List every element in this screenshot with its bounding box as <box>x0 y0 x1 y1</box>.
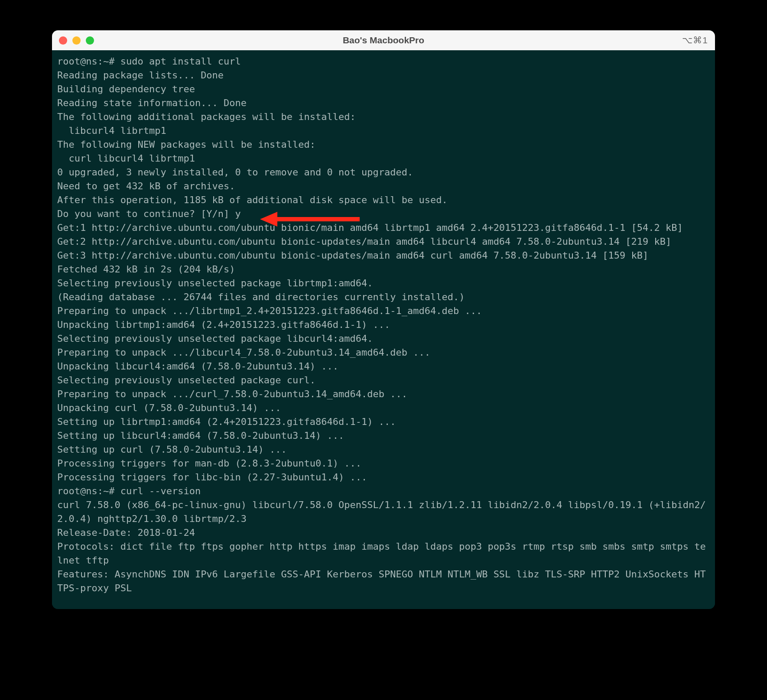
terminal-line: curl 7.58.0 (x86_64-pc-linux-gnu) libcur… <box>57 498 710 526</box>
terminal-line: Reading state information... Done <box>57 96 710 110</box>
terminal-line: Setting up libcurl4:amd64 (7.58.0-2ubunt… <box>57 429 710 443</box>
terminal-line: Release-Date: 2018-01-24 <box>57 526 710 540</box>
terminal-line: Selecting previously unselected package … <box>57 276 710 290</box>
terminal-line: After this operation, 1185 kB of additio… <box>57 193 710 207</box>
terminal-line: Unpacking libcurl4:amd64 (7.58.0-2ubuntu… <box>57 360 710 373</box>
terminal-line: Selecting previously unselected package … <box>57 373 710 387</box>
terminal-line: The following NEW packages will be insta… <box>57 138 710 152</box>
window-titlebar: Bao's MacbookPro ⌥⌘1 <box>52 30 715 50</box>
terminal-line: root@ns:~# curl --version <box>57 484 710 498</box>
terminal-line: Protocols: dict file ftp ftps gopher htt… <box>57 540 710 567</box>
window-title: Bao's MacbookPro <box>343 35 424 45</box>
terminal-line: Building dependency tree <box>57 82 710 96</box>
terminal-line: Selecting previously unselected package … <box>57 332 710 346</box>
minimize-window-button[interactable] <box>72 36 81 45</box>
maximize-window-button[interactable] <box>86 36 94 45</box>
close-window-button[interactable] <box>59 36 67 45</box>
terminal-line: Setting up librtmp1:amd64 (2.4+20151223.… <box>57 415 710 429</box>
terminal-line: Do you want to continue? [Y/n] y <box>57 207 710 221</box>
terminal-line: Unpacking librtmp1:amd64 (2.4+20151223.g… <box>57 318 710 332</box>
terminal-line: The following additional packages will b… <box>57 110 710 124</box>
terminal-line: Processing triggers for libc-bin (2.27-3… <box>57 470 710 484</box>
terminal-line: Get:2 http://archive.ubuntu.com/ubuntu b… <box>57 235 710 249</box>
terminal-line: Features: AsynchDNS IDN IPv6 Largefile G… <box>57 567 710 595</box>
terminal-line: Fetched 432 kB in 2s (204 kB/s) <box>57 262 710 276</box>
terminal-line: Preparing to unpack .../curl_7.58.0-2ubu… <box>57 387 710 401</box>
terminal-line: libcurl4 librtmp1 <box>57 124 710 138</box>
terminal-line: Get:3 http://archive.ubuntu.com/ubuntu b… <box>57 249 710 262</box>
terminal-line: Preparing to unpack .../librtmp1_2.4+201… <box>57 304 710 318</box>
terminal-line: curl libcurl4 librtmp1 <box>57 152 710 165</box>
terminal-window: Bao's MacbookPro ⌥⌘1 root@ns:~# sudo apt… <box>52 30 715 609</box>
terminal-line: Get:1 http://archive.ubuntu.com/ubuntu b… <box>57 221 710 235</box>
traffic-lights <box>59 36 94 45</box>
terminal-line: root@ns:~# sudo apt install curl <box>57 55 710 68</box>
terminal-line: 0 upgraded, 3 newly installed, 0 to remo… <box>57 165 710 179</box>
window-shortcut-hint: ⌥⌘1 <box>682 35 708 45</box>
terminal-line: Setting up curl (7.58.0-2ubuntu3.14) ... <box>57 443 710 457</box>
terminal-body[interactable]: root@ns:~# sudo apt install curlReading … <box>52 50 715 609</box>
terminal-line: Reading package lists... Done <box>57 68 710 82</box>
terminal-line: (Reading database ... 26744 files and di… <box>57 290 710 304</box>
terminal-line: Processing triggers for man-db (2.8.3-2u… <box>57 457 710 470</box>
terminal-line: Preparing to unpack .../libcurl4_7.58.0-… <box>57 346 710 360</box>
terminal-line: Need to get 432 kB of archives. <box>57 179 710 193</box>
terminal-line: Unpacking curl (7.58.0-2ubuntu3.14) ... <box>57 401 710 415</box>
